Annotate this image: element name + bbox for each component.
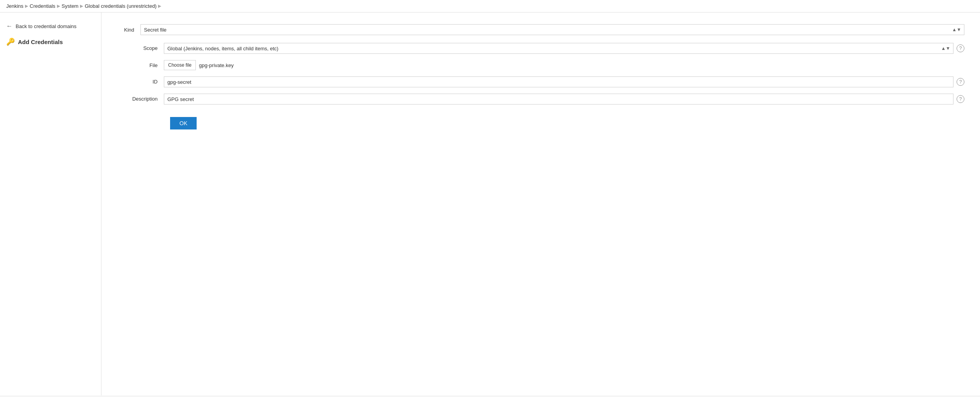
file-label: File [117, 60, 164, 68]
description-help-icon[interactable]: ? [957, 95, 964, 103]
key-icon: 🔑 [6, 37, 15, 46]
scope-select[interactable]: Global (Jenkins, nodes, items, all child… [164, 43, 953, 54]
back-link-label: Back to credential domains [16, 23, 76, 29]
ok-button[interactable]: OK [170, 117, 197, 129]
scope-label: Scope [117, 43, 164, 51]
back-arrow-icon: ← [6, 23, 12, 30]
sidebar-title-label: Add Credentials [18, 39, 63, 45]
file-name: gpg-private.key [199, 62, 234, 68]
id-control-wrapper: ? [164, 76, 964, 87]
kind-label: Kind [117, 27, 140, 33]
id-help-icon[interactable]: ? [957, 78, 964, 86]
id-row: ID ? [117, 76, 964, 87]
file-control-wrapper: Choose file gpg-private.key [164, 60, 964, 70]
content-area: Kind Secret fileUsername with passwordSS… [101, 12, 980, 395]
description-control-wrapper: ? [164, 94, 964, 105]
back-link[interactable]: ← Back to credential domains [0, 19, 101, 34]
description-label: Description [117, 94, 164, 102]
scope-control-wrapper: Global (Jenkins, nodes, items, all child… [164, 43, 964, 54]
description-row: Description ? [117, 94, 964, 105]
breadcrumb-global[interactable]: Global credentials (unrestricted) [85, 3, 156, 9]
breadcrumb-sep-1: ▶ [25, 4, 28, 9]
breadcrumb-system[interactable]: System [62, 3, 78, 9]
breadcrumb-sep-4: ▶ [158, 4, 161, 9]
breadcrumb: Jenkins ▶ Credentials ▶ System ▶ Global … [0, 0, 980, 12]
id-input[interactable] [164, 76, 953, 87]
kind-select-wrapper: Secret fileUsername with passwordSSH Use… [140, 24, 964, 35]
breadcrumb-sep-2: ▶ [57, 4, 60, 9]
breadcrumb-sep-3: ▶ [80, 4, 83, 9]
kind-select[interactable]: Secret fileUsername with passwordSSH Use… [140, 24, 964, 35]
choose-file-button[interactable]: Choose file [164, 60, 196, 70]
file-row: File Choose file gpg-private.key [117, 60, 964, 70]
ok-button-row: OK [117, 111, 964, 129]
breadcrumb-jenkins[interactable]: Jenkins [6, 3, 23, 9]
kind-row: Kind Secret fileUsername with passwordSS… [117, 24, 964, 35]
id-label: ID [117, 76, 164, 85]
scope-select-wrapper: Global (Jenkins, nodes, items, all child… [164, 43, 953, 54]
scope-row: Scope Global (Jenkins, nodes, items, all… [117, 43, 964, 54]
sidebar: ← Back to credential domains 🔑 Add Crede… [0, 12, 101, 395]
add-credentials-title: 🔑 Add Credentials [0, 34, 101, 50]
breadcrumb-credentials[interactable]: Credentials [30, 3, 55, 9]
scope-help-icon[interactable]: ? [957, 44, 964, 52]
description-input[interactable] [164, 94, 953, 105]
